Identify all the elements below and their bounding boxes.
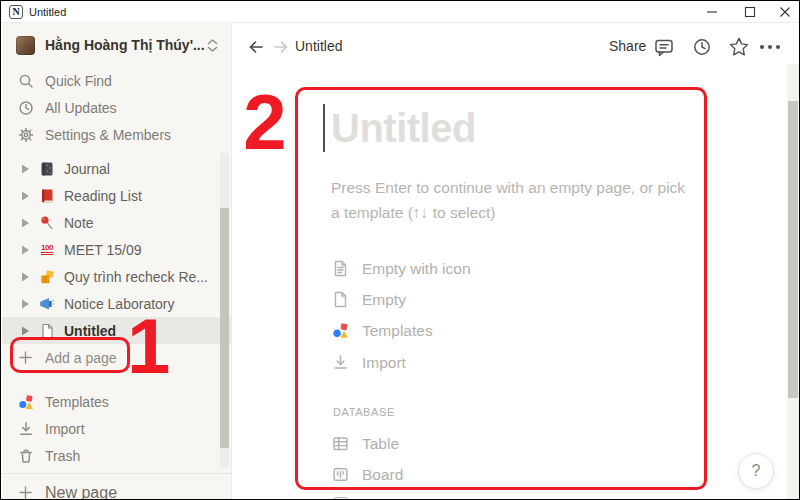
minimize-button[interactable] [697, 1, 727, 22]
option-label: Empty with icon [362, 260, 471, 278]
main-scrollbar-thumb[interactable] [788, 101, 798, 398]
updates-button[interactable] [690, 35, 714, 59]
trash-icon [18, 448, 34, 464]
page-label: MEET 15/09 [64, 242, 142, 258]
close-button[interactable] [770, 1, 800, 22]
workspace-name: Hằng Hoàng Thị Thúy'... [45, 37, 205, 53]
sidebar-page-note[interactable]: Note [2, 209, 231, 236]
share-button[interactable]: Share [609, 38, 646, 54]
breadcrumb-page-title[interactable]: Untitled [295, 38, 342, 54]
sidebar-page-meet[interactable]: 100 MEET 15/09 [2, 236, 231, 263]
titlebar: N Untitled [1, 1, 799, 23]
sidebar-divider [2, 473, 231, 474]
sidebar-page-quy-trinh[interactable]: Quy trình recheck Re... [2, 263, 231, 290]
megaphone-emoji [38, 295, 56, 312]
sidebar-item-label: Trash [45, 448, 80, 464]
expand-toggle-icon[interactable] [21, 164, 30, 174]
page-icon [38, 322, 56, 339]
templates-color-icon [332, 322, 349, 339]
option-label: Board [362, 466, 403, 484]
import-icon [18, 421, 34, 437]
more-options-button[interactable] [757, 38, 785, 56]
sidebar-page-journal[interactable]: Journal [2, 155, 231, 182]
star-icon [728, 36, 750, 58]
sidebar-footer-menu: Templates Import Trash [2, 388, 231, 469]
expand-toggle-icon[interactable] [21, 245, 30, 255]
option-table[interactable]: Table [332, 428, 399, 459]
option-empty-with-icon[interactable]: Empty with icon [332, 253, 471, 284]
templates-icon [18, 394, 34, 410]
sidebar-item-label: All Updates [45, 100, 117, 116]
import-icon [332, 354, 349, 371]
page-label: Note [64, 215, 94, 231]
table-icon [332, 435, 349, 452]
board-icon [332, 466, 349, 483]
sidebar-item-label: Settings & Members [45, 127, 171, 143]
option-templates[interactable]: Templates [332, 315, 433, 346]
workspace-avatar [16, 36, 35, 55]
sidebar-item-trash[interactable]: Trash [2, 442, 231, 469]
back-button[interactable] [245, 36, 267, 58]
maximize-icon [744, 6, 756, 18]
editor-hint-line1: Press Enter to continue with an empty pa… [331, 179, 685, 197]
option-label: Import [362, 354, 406, 372]
sidebar: Hằng Hoàng Thị Thúy'... Quick Find All U… [2, 23, 232, 500]
option-empty[interactable]: Empty [332, 284, 406, 315]
comment-icon [654, 38, 674, 57]
maximize-button[interactable] [735, 1, 765, 22]
ellipsis-icon [759, 44, 783, 50]
page-label: Notice Laboratory [64, 296, 175, 312]
add-a-page-button[interactable]: Add a page [2, 344, 231, 371]
page-title-placeholder[interactable]: Untitled [331, 106, 476, 151]
add-a-page-label: Add a page [45, 350, 117, 366]
chevron-up-down-icon [207, 39, 218, 52]
expand-toggle-icon[interactable] [21, 299, 30, 309]
option-board[interactable]: Board [332, 459, 403, 490]
sidebar-scrollbar-thumb[interactable] [220, 208, 229, 448]
blank-page-icon [332, 291, 349, 308]
option-label: Table [362, 435, 399, 453]
sidebar-item-templates[interactable]: Templates [2, 388, 231, 415]
minimize-icon [706, 6, 718, 18]
gear-icon [18, 127, 34, 143]
expand-toggle-icon[interactable] [21, 218, 30, 228]
comments-button[interactable] [652, 35, 676, 59]
new-page-button[interactable]: New page [2, 479, 231, 500]
plus-icon [18, 350, 33, 365]
expand-toggle-icon[interactable] [21, 191, 30, 201]
sidebar-item-label: Templates [45, 394, 109, 410]
package-emoji [38, 268, 56, 285]
page-label: Journal [64, 161, 110, 177]
sidebar-page-notice-laboratory[interactable]: Notice Laboratory [2, 290, 231, 317]
option-import[interactable]: Import [332, 347, 406, 378]
workspace-switcher[interactable]: Hằng Hoàng Thị Thúy'... [2, 31, 231, 59]
sidebar-item-settings-members[interactable]: Settings & Members [2, 121, 231, 148]
clock-icon [18, 100, 34, 116]
sidebar-item-quick-find[interactable]: Quick Find [2, 67, 231, 94]
page-with-text-icon [332, 260, 349, 277]
help-button[interactable]: ? [738, 453, 774, 489]
plus-icon [18, 485, 33, 500]
red-book-emoji [38, 187, 56, 204]
expand-toggle-icon[interactable] [21, 326, 30, 336]
editor-hint-line2: a template (↑↓ to select) [331, 204, 496, 222]
sidebar-page-list: Journal Reading List Note 100 MEET 15/09 [2, 155, 231, 344]
sidebar-item-label: Quick Find [45, 73, 112, 89]
favorite-button[interactable] [726, 34, 752, 60]
expand-toggle-icon[interactable] [21, 272, 30, 282]
sidebar-menu: Quick Find All Updates Settings & Member… [2, 67, 231, 148]
sidebar-item-import[interactable]: Import [2, 415, 231, 442]
arrow-right-icon [272, 38, 290, 56]
hundred-points-emoji: 100 [38, 241, 56, 258]
new-page-label: New page [45, 484, 117, 500]
forward-button[interactable] [270, 36, 292, 58]
sidebar-item-all-updates[interactable]: All Updates [2, 94, 231, 121]
search-icon [18, 73, 34, 89]
window-title: Untitled [29, 6, 66, 18]
database-section-label: DATABASE [333, 406, 395, 418]
sidebar-page-untitled[interactable]: Untitled [2, 317, 231, 344]
close-icon [779, 6, 791, 18]
page-label: Untitled [64, 323, 116, 339]
text-cursor [323, 104, 325, 152]
sidebar-page-reading-list[interactable]: Reading List [2, 182, 231, 209]
